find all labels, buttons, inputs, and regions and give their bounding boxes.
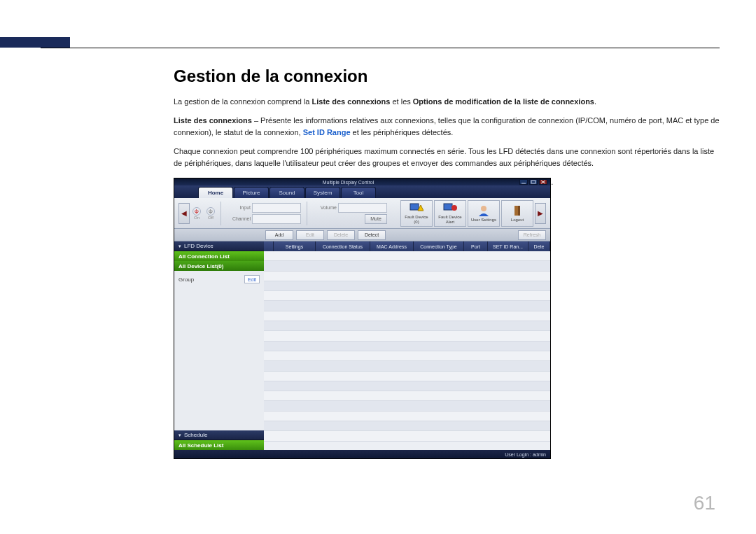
t: User Settings <box>471 218 496 223</box>
para-1: La gestion de la connexion comprend la L… <box>174 96 720 108</box>
tab-strip: Home Picture Sound System Tool <box>174 185 550 198</box>
mute-button[interactable]: Mute <box>365 214 387 224</box>
sidebar: ▾LFD Device All Connection List All Devi… <box>174 241 264 450</box>
status-text: User Login : admin <box>505 452 546 457</box>
nav-prev-icon[interactable]: ◀ <box>178 203 190 224</box>
fault-device-button[interactable]: Fault Device (0) <box>400 200 433 227</box>
grid-header-dete[interactable]: Dete <box>528 241 550 251</box>
grid-header-checkbox[interactable] <box>264 241 274 251</box>
grid-header-settings[interactable]: Settings <box>274 241 316 251</box>
sidebar-item-all-connection[interactable]: All Connection List <box>174 251 264 261</box>
svg-point-8 <box>481 206 486 211</box>
sidebar-item-all-schedule[interactable]: All Schedule List <box>174 440 264 450</box>
grid-header-setid[interactable]: SET ID Ran... <box>488 241 528 251</box>
user-settings-button[interactable]: User Settings <box>468 200 500 227</box>
sidebar-header-schedule[interactable]: ▾Schedule <box>174 430 264 440</box>
connection-grid: Settings Connection Status MAC Address C… <box>264 241 550 450</box>
nav-next-icon[interactable]: ▶ <box>535 203 546 224</box>
door-icon <box>510 204 524 217</box>
table-row <box>264 251 550 261</box>
table-row <box>264 381 550 391</box>
t: Fault Device (0) <box>402 215 431 224</box>
close-icon[interactable] <box>539 179 547 185</box>
group-label: Group <box>178 276 194 283</box>
para-2: Liste des connexions – Présente les info… <box>174 115 720 139</box>
input-select[interactable] <box>252 203 301 213</box>
channel-select[interactable] <box>252 214 301 224</box>
power-off-button[interactable]: ⏻Off <box>204 204 217 223</box>
grid-body <box>264 251 550 450</box>
table-row <box>264 361 550 371</box>
table-row <box>264 431 550 441</box>
t: . <box>551 178 553 186</box>
label-channel: Channel <box>227 216 251 221</box>
tab-system[interactable]: System <box>305 187 340 198</box>
edit-button[interactable]: Edit <box>296 230 324 240</box>
monitor-alert-icon <box>443 202 457 214</box>
separator <box>220 202 221 225</box>
para-3: Chaque connexion peut comprendre 100 pér… <box>174 146 720 169</box>
workspace: ▾LFD Device All Connection List All Devi… <box>174 241 550 450</box>
doc-top-rule <box>41 48 720 48</box>
disclosure-down-icon: ▾ <box>178 433 181 438</box>
t: Logout <box>511 218 524 223</box>
page-number: 61 <box>694 492 715 514</box>
table-row <box>264 291 550 301</box>
t: Fault Device Alert <box>435 215 465 224</box>
grid-header-type[interactable]: Connection Type <box>414 241 464 251</box>
svg-rect-10 <box>514 206 518 216</box>
fault-alert-button[interactable]: Fault Device Alert <box>434 200 466 227</box>
tab-sound[interactable]: Sound <box>270 187 304 198</box>
table-row <box>264 331 550 341</box>
t: Schedule <box>184 432 207 438</box>
volume-field[interactable] <box>338 203 387 213</box>
user-icon <box>477 204 491 217</box>
table-row <box>264 321 550 331</box>
separator <box>307 202 307 225</box>
svg-rect-6 <box>444 204 452 210</box>
tab-tool[interactable]: Tool <box>341 187 376 198</box>
refresh-button[interactable]: Refresh <box>518 230 546 240</box>
table-row <box>264 342 550 351</box>
disclosure-down-icon: ▾ <box>178 244 181 249</box>
tab-picture[interactable]: Picture <box>234 187 269 198</box>
grid-header-status[interactable]: Connection Status <box>316 241 370 251</box>
label-volume: Volume <box>313 205 337 210</box>
t: et les <box>390 97 412 106</box>
grid-header-row: Settings Connection Status MAC Address C… <box>264 241 550 251</box>
table-row <box>264 372 550 381</box>
t: La gestion de la connexion comprend la <box>174 97 312 106</box>
group-row: Group Edit <box>178 275 260 283</box>
t: Set ID Range <box>303 128 351 136</box>
sidebar-body: Group Edit <box>174 271 264 430</box>
svg-rect-1 <box>531 181 536 183</box>
grid-header-port[interactable]: Port <box>464 241 488 251</box>
grid-header-mac[interactable]: MAC Address <box>370 241 414 251</box>
title-bar: Multiple Display Control <box>174 178 550 185</box>
t: LFD Device <box>184 243 214 249</box>
sidebar-header-lfd[interactable]: ▾LFD Device <box>174 241 264 251</box>
add-button[interactable]: Add <box>265 230 293 240</box>
power-on-button[interactable]: ⏻On <box>190 204 203 223</box>
doc-side-accent <box>0 37 70 48</box>
tab-home[interactable]: Home <box>198 187 233 198</box>
minimize-icon[interactable] <box>519 179 528 185</box>
status-bar: User Login : admin <box>174 450 550 458</box>
list-toolbar: Add Edit Delete Detect Refresh <box>174 229 550 241</box>
table-row <box>264 261 550 271</box>
sidebar-item-all-device[interactable]: All Device List(0) <box>174 261 264 271</box>
delete-button[interactable]: Delete <box>327 230 355 240</box>
table-row <box>264 421 550 431</box>
doc-content: Gestion de la connexion La gestion de la… <box>174 66 720 195</box>
table-row <box>264 401 550 411</box>
logout-button[interactable]: Logout <box>501 200 533 227</box>
group-edit-button[interactable]: Edit <box>244 275 260 283</box>
t: On <box>194 216 200 220</box>
detect-button[interactable]: Detect <box>358 230 386 240</box>
table-row <box>264 272 550 281</box>
label-input: Input <box>227 205 251 210</box>
table-row <box>264 391 550 401</box>
maximize-icon[interactable] <box>529 179 538 185</box>
page-title: Gestion de la connexion <box>174 66 720 86</box>
svg-rect-4 <box>410 204 419 210</box>
